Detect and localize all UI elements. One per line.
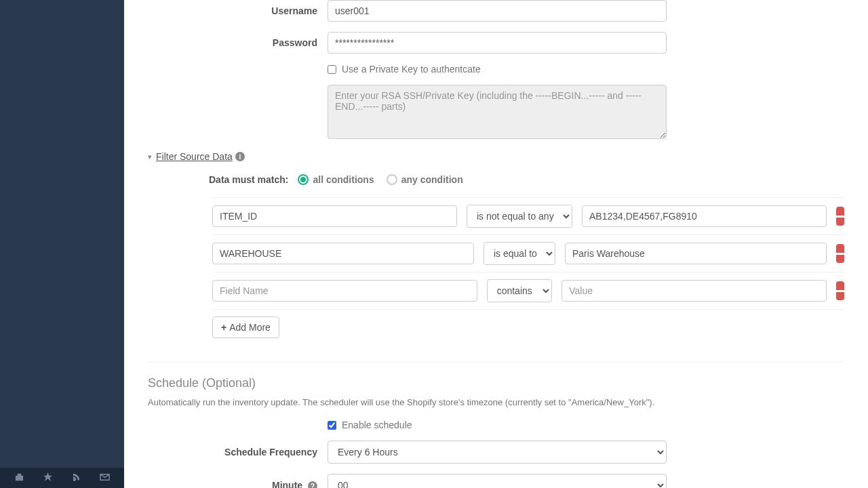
remove-filter-button[interactable] [836,244,844,263]
minute-select[interactable]: 00 [328,474,667,488]
svg-rect-2 [836,290,844,292]
filter-operator-select[interactable]: is equal to [484,242,555,265]
username-label: Username [148,5,328,16]
remove-filter-button[interactable] [836,281,844,300]
schedule-desc: Automatically run the inventory update. … [148,397,844,407]
minute-label: Minute [272,480,302,488]
sidebar [0,0,124,488]
match-label: Data must match: [209,174,288,185]
radio-all-conditions[interactable] [298,174,309,185]
username-input[interactable] [328,0,667,22]
svg-rect-1 [836,253,844,255]
star-icon[interactable] [43,472,53,484]
enable-schedule-checkbox[interactable] [328,421,336,430]
private-key-checkbox[interactable] [328,65,336,74]
divider [148,362,844,363]
plus-icon: + [221,322,226,333]
filter-operator-select[interactable]: is not equal to any [467,205,572,228]
private-key-textarea[interactable] [328,85,667,139]
filter-value-input[interactable] [565,243,827,264]
rss-icon[interactable] [71,472,81,484]
filter-section-toggle[interactable]: Filter Source Data [156,151,233,162]
password-label: Password [148,37,328,48]
filter-operator-select[interactable]: contains [487,279,553,302]
toolbox-icon[interactable] [14,472,24,484]
chevron-down-icon: ▾ [148,152,152,161]
filter-value-input[interactable] [582,205,827,227]
filter-row: contains [212,272,844,310]
filter-value-input[interactable] [561,280,827,302]
filter-row: is equal to [212,235,844,272]
mail-icon[interactable] [100,472,110,484]
private-key-label: Use a Private Key to authentcate [342,64,481,75]
password-input[interactable] [328,32,667,54]
radio-any-label: any condition [401,174,463,185]
schedule-title: Schedule (Optional) [148,376,844,390]
info-icon[interactable]: i [235,152,245,161]
help-icon[interactable]: ? [308,481,317,488]
filter-field-input[interactable] [212,243,474,264]
remove-filter-button[interactable] [836,207,844,226]
filter-row: is not equal to any [212,197,844,235]
filter-field-input[interactable] [212,280,477,302]
enable-schedule-label: Enable schedule [342,420,412,430]
frequency-label: Schedule Frequency [148,447,328,458]
svg-rect-0 [836,216,844,218]
filter-field-input[interactable] [212,205,457,227]
sidebar-footer [0,468,124,488]
filter-rows: is not equal to any is equal to contains [212,197,844,310]
frequency-select[interactable]: Every 6 Hours [328,441,667,464]
main-content: Username Password Use a Private Key to a… [124,0,868,488]
radio-any-condition[interactable] [387,174,397,185]
add-more-button[interactable]: +Add More [212,317,279,338]
radio-all-label: all conditions [313,174,374,185]
